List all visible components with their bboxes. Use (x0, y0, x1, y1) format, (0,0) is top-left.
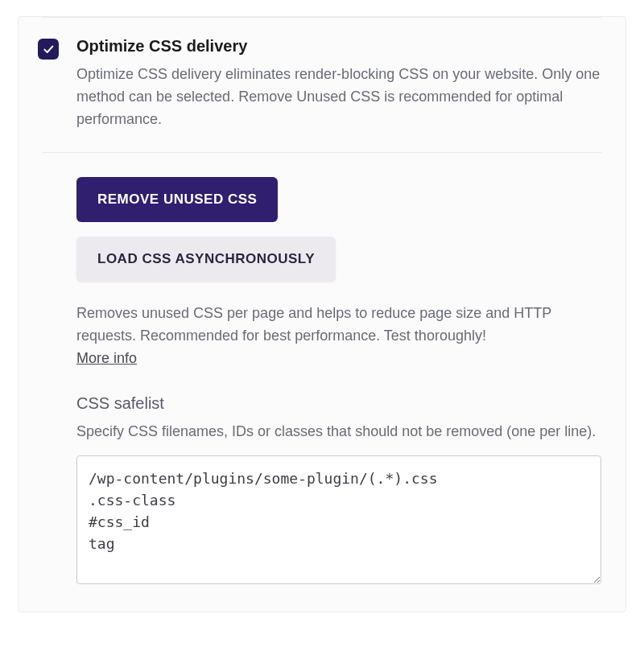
more-info-link[interactable]: More info (76, 350, 137, 367)
css-optimization-panel: Optimize CSS delivery Optimize CSS deliv… (18, 16, 626, 612)
remove-unused-css-button[interactable]: Remove Unused CSS (76, 177, 278, 222)
optimize-css-delivery-checkbox[interactable] (38, 39, 59, 60)
remove-unused-css-description: Removes unused CSS per page and helps to… (76, 303, 601, 348)
optimize-css-delivery-row: Optimize CSS delivery Optimize CSS deliv… (19, 18, 625, 131)
css-safelist-textarea[interactable] (76, 455, 601, 584)
css-safelist-description: Specify CSS filenames, IDs or classes th… (76, 421, 601, 443)
load-css-async-button[interactable]: Load CSS Asynchronously (76, 237, 336, 282)
optimize-css-sub-section: Remove Unused CSS Load CSS Asynchronousl… (19, 153, 625, 588)
optimize-css-delivery-description: Optimize CSS delivery eliminates render-… (76, 64, 601, 131)
css-safelist-heading: CSS safelist (76, 394, 601, 413)
check-icon (42, 43, 55, 56)
optimize-css-delivery-title: Optimize CSS delivery (76, 37, 601, 56)
